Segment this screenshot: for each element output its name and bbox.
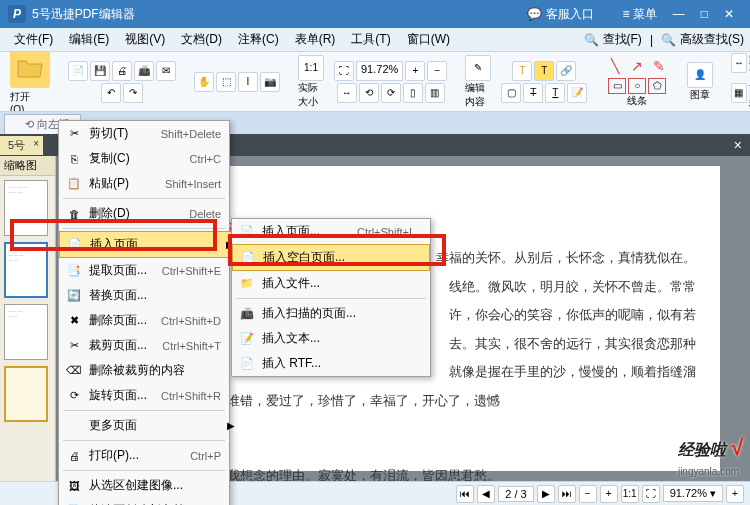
- underline-icon[interactable]: T: [545, 83, 565, 103]
- close-button[interactable]: ✕: [716, 7, 742, 21]
- ctx-delete-page[interactable]: ✖删除页面...Ctrl+Shift+D: [59, 308, 239, 333]
- toolbar: 打开(O)... 📄 💾 🖨 📠 ✉ ↶ ↷ ✋ ⬚ I 📷 1:1 实际大小 …: [0, 52, 750, 112]
- zoom-out-icon[interactable]: −: [427, 61, 447, 81]
- redo-icon[interactable]: ↷: [123, 83, 143, 103]
- minimize-button[interactable]: —: [665, 7, 693, 21]
- print-icon[interactable]: 🖨: [112, 61, 132, 81]
- menu-view[interactable]: 视图(V): [117, 31, 173, 48]
- sb-realsize-icon[interactable]: 1:1: [621, 485, 639, 503]
- zoom-in-icon[interactable]: +: [405, 61, 425, 81]
- ctx-paste[interactable]: 📋粘贴(P)Shift+Insert: [59, 171, 239, 196]
- sb-plus-icon[interactable]: +: [726, 485, 744, 503]
- sub-insert-blank[interactable]: 📄插入空白页面...: [232, 244, 430, 271]
- scan-icon[interactable]: 📠: [134, 61, 154, 81]
- first-page-icon[interactable]: ⏮: [456, 485, 474, 503]
- note-icon[interactable]: 📝: [567, 83, 587, 103]
- ctx-cut[interactable]: ✂剪切(T)Shift+Delete: [59, 121, 239, 146]
- delete-page-icon: ✖: [65, 313, 83, 329]
- ctx-create-img[interactable]: 🖼从选区创建图像...: [59, 473, 239, 498]
- edit-content-icon[interactable]: ✎: [465, 55, 491, 81]
- menu-window[interactable]: 窗口(W): [399, 31, 458, 48]
- distance-icon[interactable]: ↔: [731, 53, 746, 73]
- menu-comment[interactable]: 注释(C): [230, 31, 287, 48]
- arrow-icon[interactable]: ↗: [627, 56, 647, 76]
- thumbnail-new[interactable]: [4, 366, 48, 422]
- sb-zoom-out-icon[interactable]: −: [579, 485, 597, 503]
- fit-width-icon[interactable]: ↔: [337, 83, 357, 103]
- menu-button[interactable]: ≡ 菜单: [614, 6, 664, 23]
- next-page-icon[interactable]: ▶: [537, 485, 555, 503]
- menu-form[interactable]: 表单(R): [287, 31, 344, 48]
- sub-insert-text[interactable]: 📝插入文本...: [232, 326, 430, 351]
- sub-insert-scan[interactable]: 📠插入扫描的页面...: [232, 301, 430, 326]
- continuous-icon[interactable]: ▥: [425, 83, 445, 103]
- ctx-crop[interactable]: ✂裁剪页面...Ctrl+Shift+T: [59, 333, 239, 358]
- line-icon[interactable]: ╲: [605, 56, 625, 76]
- service-entry[interactable]: 💬 客服入口: [527, 6, 594, 23]
- save-icon[interactable]: 💾: [90, 61, 110, 81]
- ctx-copy[interactable]: ⎘复制(C)Ctrl+C: [59, 146, 239, 171]
- thumbnail-1[interactable]: — — — —— — —: [4, 180, 48, 236]
- sub-insert-file[interactable]: 📁插入文件...: [232, 271, 430, 296]
- thumbnail-2[interactable]: — — — —— — —— —: [4, 242, 48, 298]
- tabbar-close-icon[interactable]: ×: [726, 137, 750, 153]
- chat-icon: 💬: [527, 7, 542, 21]
- menu-file[interactable]: 文件(F): [6, 31, 61, 48]
- stamp-icon[interactable]: 👤: [687, 62, 713, 88]
- maximize-button[interactable]: □: [693, 7, 716, 21]
- sb-fit-icon[interactable]: ⛶: [642, 485, 660, 503]
- form-icon[interactable]: ▢: [501, 83, 521, 103]
- polygon-icon[interactable]: ⬠: [648, 78, 666, 94]
- ctx-replace[interactable]: 🔄替换页面...: [59, 283, 239, 308]
- ctx-more[interactable]: 更多页面▶: [59, 413, 239, 438]
- prev-page-icon[interactable]: ◀: [477, 485, 495, 503]
- zoom-indicator[interactable]: 91.72% ▾: [663, 485, 723, 502]
- email-icon[interactable]: ✉: [156, 61, 176, 81]
- page-indicator[interactable]: 2 / 3: [498, 486, 533, 502]
- stamp-label: 图章: [690, 88, 710, 102]
- sb-zoom-in-icon[interactable]: +: [600, 485, 618, 503]
- new-icon[interactable]: 📄: [68, 61, 88, 81]
- single-page-icon[interactable]: ▯: [403, 83, 423, 103]
- advanced-find-button[interactable]: 高级查找(S): [680, 31, 744, 48]
- sub-insert-page[interactable]: 📄插入页面...Ctrl+Shift+I: [232, 219, 430, 244]
- find-button[interactable]: 查找(F): [603, 31, 642, 48]
- tab-close-icon[interactable]: ×: [33, 138, 39, 149]
- pencil-icon[interactable]: ✎: [649, 56, 669, 76]
- circle-icon[interactable]: ○: [628, 78, 646, 94]
- select-icon[interactable]: ⬚: [216, 72, 236, 92]
- rotate-right-icon[interactable]: ⟳: [381, 83, 401, 103]
- ctx-create-doc[interactable]: 📄从选区创建新文档...: [59, 498, 239, 505]
- rotate-left-icon[interactable]: ⟲: [359, 83, 379, 103]
- hand-icon[interactable]: ✋: [194, 72, 214, 92]
- fit-page-icon[interactable]: ⛶: [334, 61, 354, 81]
- thumbnail-3[interactable]: — — —— —: [4, 304, 48, 360]
- zoom-dropdown[interactable]: 91.72%: [356, 61, 403, 81]
- ctx-delete-crop[interactable]: ⌫删除被裁剪的内容: [59, 358, 239, 383]
- menu-document[interactable]: 文档(D): [173, 31, 230, 48]
- area-icon[interactable]: ▦: [731, 83, 746, 103]
- open-button[interactable]: [10, 52, 50, 88]
- ctx-insert-page[interactable]: 📄插入页面▶: [59, 231, 239, 258]
- snapshot-icon[interactable]: 📷: [260, 72, 280, 92]
- ctx-delete[interactable]: 🗑删除(D)Delete: [59, 201, 239, 226]
- highlight-icon[interactable]: T: [534, 61, 554, 81]
- last-page-icon[interactable]: ⏭: [558, 485, 576, 503]
- doc-tab[interactable]: 5号×: [0, 136, 43, 155]
- trash-icon: 🗑: [65, 206, 83, 222]
- ctx-print[interactable]: 🖨打印(P)...Ctrl+P: [59, 443, 239, 468]
- strikeout-icon[interactable]: T: [523, 83, 543, 103]
- sub-insert-rtf[interactable]: 📄插入 RTF...: [232, 351, 430, 376]
- ctx-rotate[interactable]: ⟳旋转页面...Ctrl+Shift+R: [59, 383, 239, 408]
- ctx-extract[interactable]: 📑提取页面...Ctrl+Shift+E: [59, 258, 239, 283]
- undo-icon[interactable]: ↶: [101, 83, 121, 103]
- link-icon[interactable]: 🔗: [556, 61, 576, 81]
- add-text-icon[interactable]: T: [512, 61, 532, 81]
- menu-edit[interactable]: 编辑(E): [61, 31, 117, 48]
- realsize-icon[interactable]: 1:1: [298, 55, 324, 81]
- realsize-label: 实际大小: [298, 81, 324, 109]
- text-select-icon[interactable]: I: [238, 72, 258, 92]
- rect-icon[interactable]: ▭: [608, 78, 626, 94]
- paste-icon: 📋: [65, 176, 83, 192]
- menu-tool[interactable]: 工具(T): [343, 31, 398, 48]
